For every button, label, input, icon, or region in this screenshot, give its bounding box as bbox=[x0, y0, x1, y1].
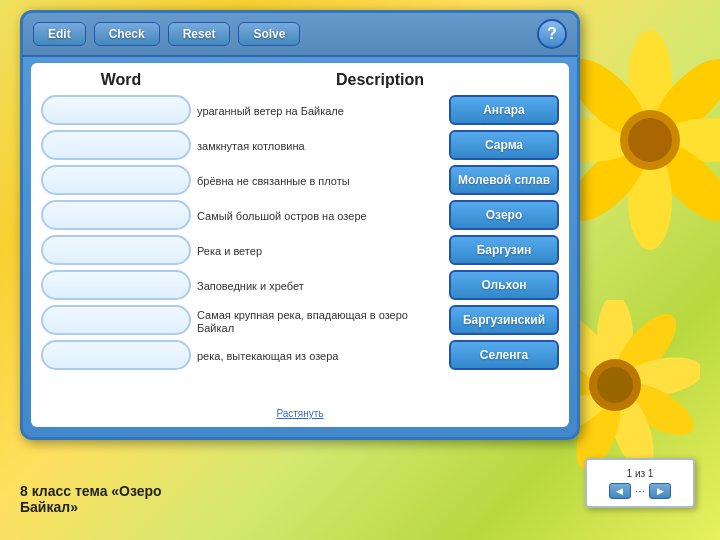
desc-6: Заповедник и хребет bbox=[197, 272, 443, 302]
pagination-controls: ◀ ··· ▶ bbox=[609, 483, 671, 499]
caption-text: 8 класс тема «ОзероБайкал» bbox=[20, 483, 162, 515]
descriptions: ураганный ветер на Байкале замкнутая кот… bbox=[197, 95, 443, 404]
answer-btn-5[interactable]: Баргузин bbox=[449, 235, 559, 265]
desc-7: Самая крупная река, впадающая в озеро Ба… bbox=[197, 307, 443, 337]
footer: Растянуть bbox=[41, 408, 559, 419]
word-input-7[interactable] bbox=[41, 305, 191, 335]
desc-2: замкнутая котловина bbox=[197, 132, 443, 162]
rows-area: ураганный ветер на Байкале замкнутая кот… bbox=[41, 95, 559, 404]
answer-btn-1[interactable]: Ангара bbox=[449, 95, 559, 125]
content-area: Word Description ураганный ветер на Байк… bbox=[31, 63, 569, 427]
pagination-box: 1 из 1 ◀ ··· ▶ bbox=[585, 458, 695, 508]
answer-btn-8[interactable]: Селенга bbox=[449, 340, 559, 370]
desc-5: Река и ветер bbox=[197, 237, 443, 267]
main-window: Edit Check Reset Solve ? Word Descriptio… bbox=[20, 10, 580, 440]
word-input-5[interactable] bbox=[41, 235, 191, 265]
answer-btn-7[interactable]: Баргузинский bbox=[449, 305, 559, 335]
answer-buttons: Ангара Сарма Молевой сплав Озеро Баргузи… bbox=[449, 95, 559, 404]
word-input-1[interactable] bbox=[41, 95, 191, 125]
check-button[interactable]: Check bbox=[94, 22, 160, 46]
desc-3: брёвна не связанные в плоты bbox=[197, 167, 443, 197]
expand-link[interactable]: Растянуть bbox=[276, 408, 323, 419]
pag-separator: ··· bbox=[635, 484, 645, 498]
column-headers: Word Description bbox=[41, 71, 559, 89]
help-button[interactable]: ? bbox=[537, 19, 567, 49]
svg-point-9 bbox=[628, 118, 672, 162]
pagination-text: 1 из 1 bbox=[627, 468, 654, 479]
solve-button[interactable]: Solve bbox=[238, 22, 300, 46]
word-input-3[interactable] bbox=[41, 165, 191, 195]
desc-4: Самый большой остров на озере bbox=[197, 202, 443, 232]
answer-btn-6[interactable]: Ольхон bbox=[449, 270, 559, 300]
caption: 8 класс тема «ОзероБайкал» bbox=[20, 483, 162, 515]
desc-1: ураганный ветер на Байкале bbox=[197, 97, 443, 127]
prev-button[interactable]: ◀ bbox=[609, 483, 631, 499]
reset-button[interactable]: Reset bbox=[168, 22, 231, 46]
word-input-6[interactable] bbox=[41, 270, 191, 300]
answer-btn-4[interactable]: Озеро bbox=[449, 200, 559, 230]
word-input-8[interactable] bbox=[41, 340, 191, 370]
word-input-2[interactable] bbox=[41, 130, 191, 160]
answer-btn-3[interactable]: Молевой сплав bbox=[449, 165, 559, 195]
next-button[interactable]: ▶ bbox=[649, 483, 671, 499]
toolbar: Edit Check Reset Solve ? bbox=[23, 13, 577, 57]
desc-header: Description bbox=[201, 71, 559, 89]
word-input-4[interactable] bbox=[41, 200, 191, 230]
edit-button[interactable]: Edit bbox=[33, 22, 86, 46]
answer-btn-2[interactable]: Сарма bbox=[449, 130, 559, 160]
desc-8: река, вытекающая из озера bbox=[197, 342, 443, 372]
word-header: Word bbox=[41, 71, 201, 89]
word-inputs bbox=[41, 95, 191, 404]
svg-point-20 bbox=[597, 367, 633, 403]
